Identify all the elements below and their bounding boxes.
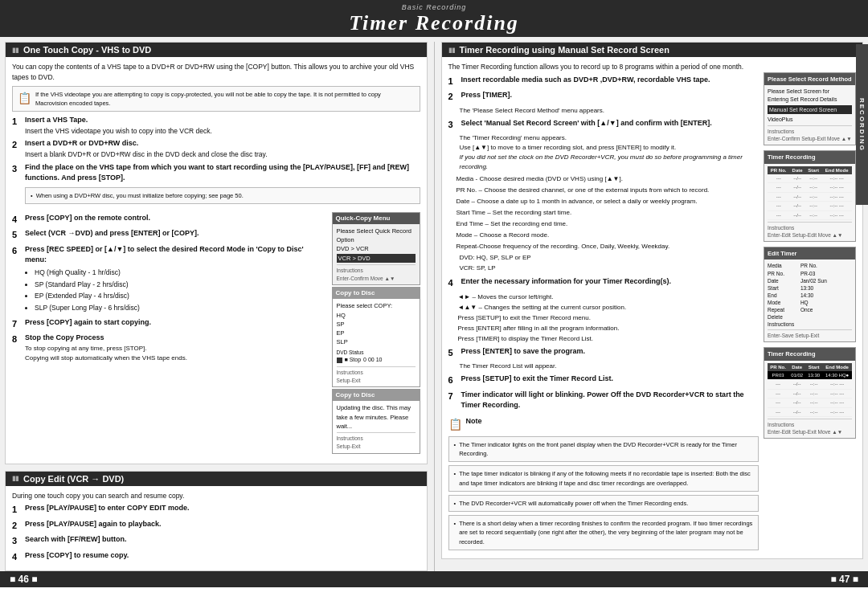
step-6-label: Press [REC SPEED] or [▲/▼] to select the… xyxy=(25,245,304,264)
ce-step-4-num: 4 xyxy=(12,550,22,564)
step-2-text: Insert a DVD+R or DVD+RW disc. Insert a … xyxy=(25,138,420,159)
timer-table-1-header: PR No. Date Start End Mode xyxy=(768,166,852,174)
col-start: Start xyxy=(805,166,821,174)
quick-copy-line1: Please Select Quick Record Option xyxy=(337,227,416,245)
quick-copy-instructions: Instructions Enter-Confirm Move ▲▼ xyxy=(337,264,416,283)
col-end-mode: End Mode xyxy=(821,166,852,174)
note-4: • There is a short delay when a timer re… xyxy=(448,515,760,550)
copy-edit-step-3: 3 Search with [FF/REW] button. xyxy=(12,534,420,548)
col-prno: PR No. xyxy=(768,166,789,174)
t-step-4-text: Enter the necessary information for your… xyxy=(461,276,671,290)
timer-panel-2-nav: Enter-Edit Setup-Exit Move ▲▼ xyxy=(768,429,842,435)
edit-date-row: DateJan/02 Sun xyxy=(768,277,852,284)
timer-table-2-body: PR0301/0213:3014:30 HQ● -----/----:----:… xyxy=(768,371,852,416)
copy-edit-content: During one touch copy you can search and… xyxy=(6,486,427,571)
columns-wrapper: One Touch Copy - VHS to DVD You can copy… xyxy=(0,37,868,571)
step-2-label: Insert a DVD+R or DVD+RW disc. xyxy=(25,139,138,147)
ce-step-2-num: 2 xyxy=(12,519,22,533)
timer-panel-1-nav: Enter-Edit Setup-Edit Move ▲▼ xyxy=(768,232,842,238)
quick-copy-panels: Quick-Copy Menu Please Select Quick Reco… xyxy=(332,210,420,456)
timer-row-3: -----/----:----:-- --- xyxy=(768,192,852,201)
progress-bar-row: ■ Stop 0 00 10 xyxy=(337,356,416,365)
please-select-panel: Please Select Record Method Please Selec… xyxy=(764,72,856,146)
step-7-num: 7 xyxy=(12,317,22,331)
copy-edit-step-1: 1 Press [PLAY/PAUSE] to enter COPY EDIT … xyxy=(12,503,420,517)
stop-detail: To stop copying at any time, press [STOP… xyxy=(25,344,327,363)
steps-4-8-panel: 4 Press [COPY] on the remote control. 5 … xyxy=(12,210,327,456)
t-step-2-num: 2 xyxy=(448,90,458,104)
note-bullet-1: • xyxy=(454,440,457,449)
timer-panel-2-content: PR No. Date Start End Mode xyxy=(764,361,855,439)
copy-disc-box-1: Copy to Disc Please select COPY: HQ SP E… xyxy=(332,287,420,387)
timer-row-1: -----/----:----:-- --- xyxy=(768,174,852,183)
timer-intro: The Timer Recording function allows you … xyxy=(448,62,857,72)
step-1-text: Insert a VHS Tape. Insert the VHS videot… xyxy=(25,115,420,136)
step-7: 7 Press [COPY] again to start copying. xyxy=(12,317,327,331)
middle-panels-area: 4 Press [COPY] on the remote control. 5 … xyxy=(12,210,420,456)
timer-steps-left: 1 Insert recordable media such as DVD+R … xyxy=(448,72,760,554)
please-select-instructions: Instructions Enter-Confirm Setup-Exit Mo… xyxy=(768,125,852,142)
timer-panel-1-instructions: Instructions Enter-Edit Setup-Edit Move … xyxy=(768,222,852,239)
rec-mode-ep: EP (Extended Play - 4 hrs/disc) xyxy=(35,291,327,301)
copy-edit-header: Copy Edit (VCR → DVD) xyxy=(6,472,427,486)
copy-disc-1-hq: HQ xyxy=(337,311,416,320)
timer-steps-with-panels: 1 Insert recordable media such as DVD+R … xyxy=(448,72,857,554)
edit-timer-panel: Edit Timer MediaPR No. PR No.PR-03 DateJ… xyxy=(764,247,856,342)
copy-edit-step-2: 2 Press [PLAY/PAUSE] again to playback. xyxy=(12,519,420,533)
timer2-row-4: -----/----:----:-- --- xyxy=(768,407,852,416)
t-step-3-num: 3 xyxy=(448,118,458,132)
rec-mode-sp: SP (Standard Play - 2 hrs/disc) xyxy=(35,280,327,290)
timer-panel-1-title: Timer Recording xyxy=(764,151,855,163)
step-1-detail: Insert the VHS videotape you wish to cop… xyxy=(25,126,420,137)
step-6-text: Press [REC SPEED] or [▲/▼] to select the… xyxy=(25,244,327,315)
header-title: Timer Recording xyxy=(0,11,868,35)
recording-tab: RECORDING xyxy=(856,44,868,205)
step-3-note-text: When using a DVD+RW disc, you must initi… xyxy=(36,191,244,200)
one-touch-intro: You can copy the contents of a VHS tape … xyxy=(12,62,420,83)
timer-table-2: PR No. Date Start End Mode xyxy=(768,363,852,417)
copy-disc-1-detail: Please select COPY: xyxy=(337,301,416,310)
arrow-bullet-text: ◄▲▼ – Changes the setting at the current… xyxy=(458,303,760,313)
timer-recording-panel-2: Timer Recording PR No. Date Start xyxy=(764,347,856,439)
enter-bullet: Press [ENTER] after filling in all the p… xyxy=(458,324,760,333)
timer2-row-1: -----/----:----:-- --- xyxy=(768,380,852,389)
t-step-3a: The 'Timer Recording' menu appears. xyxy=(460,133,760,143)
timer-panel-2-title: Timer Recording xyxy=(764,348,855,360)
step-5-num: 5 xyxy=(12,228,22,242)
copy-edit-title: Copy Edit (VCR → DVD) xyxy=(23,474,124,484)
note-1: • The Timer indicator lights on the fron… xyxy=(448,436,760,463)
date-bullet: Date – Choose a date up to 1 month in ad… xyxy=(457,197,760,206)
timer-row-5: -----/----:----:-- --- xyxy=(768,210,852,219)
notes-section: 📋 Note • The Timer indicator lights on t… xyxy=(448,416,760,550)
t-step-6: 6 Press [SETUP] to exit the Timer Record… xyxy=(448,374,760,387)
step-1-num: 1 xyxy=(12,115,22,136)
column-divider xyxy=(434,42,435,571)
timer-table-2-header: PR No. Date Start End Mode xyxy=(768,363,852,371)
right-side-panels: Please Select Record Method Please Selec… xyxy=(764,72,856,554)
page-wrapper: Basic Recording Timer Recording One Touc… xyxy=(0,0,868,587)
rec-mode-slp: SLP (Super Long Play - 6 hrs/disc) xyxy=(35,303,327,313)
copy-disc-1-instructions: Instructions Setup-Exit xyxy=(337,366,416,385)
copy-disc-1-instr-label: Instructions xyxy=(337,370,363,375)
note-2-text: The tape timer indicator is blinking if … xyxy=(459,469,753,488)
copy-disc-2-title: Copy to Disc xyxy=(333,390,420,401)
header-subtitle: Basic Recording xyxy=(0,3,868,11)
edit-timer-table: MediaPR No. PR No.PR-03 DateJan/02 Sun S… xyxy=(768,262,852,328)
copy-protection-note: 📋 If the VHS videotape you are attemptin… xyxy=(12,86,420,112)
copy-protection-text: If the VHS videotape you are attempting … xyxy=(35,90,415,108)
edit-timer-nav: Enter-Save Setup-Exit xyxy=(768,329,852,339)
quick-copy-nav: Enter-Confirm Move ▲▼ xyxy=(337,276,395,281)
timer-bullet: Press [TIMER] to display the Timer Recor… xyxy=(458,334,760,344)
copy-edit-section: Copy Edit (VCR → DVD) During one touch c… xyxy=(5,471,428,572)
setup-bullet: Press [SETUP] to exit the Timer Record m… xyxy=(458,313,760,323)
step-2-num: 2 xyxy=(12,138,22,159)
step-3-note: • When using a DVD+RW disc, you must ini… xyxy=(25,187,420,204)
edit-timer-title: Edit Timer xyxy=(764,247,855,260)
timer2-row-3: -----/----:----:-- --- xyxy=(768,398,852,407)
step-7-label: Press [COPY] again to start copying. xyxy=(25,317,327,331)
dvd-status-text: DVD Status xyxy=(337,349,416,357)
rec-modes-list: HQ (High Quality - 1 hr/disc) SP (Standa… xyxy=(35,268,327,313)
t-step-2-text: Press [TIMER]. xyxy=(461,90,513,104)
please-select-instr-label: Instructions xyxy=(768,129,794,134)
quick-copy-menu-box: Quick-Copy Menu Please Select Quick Reco… xyxy=(332,212,420,286)
